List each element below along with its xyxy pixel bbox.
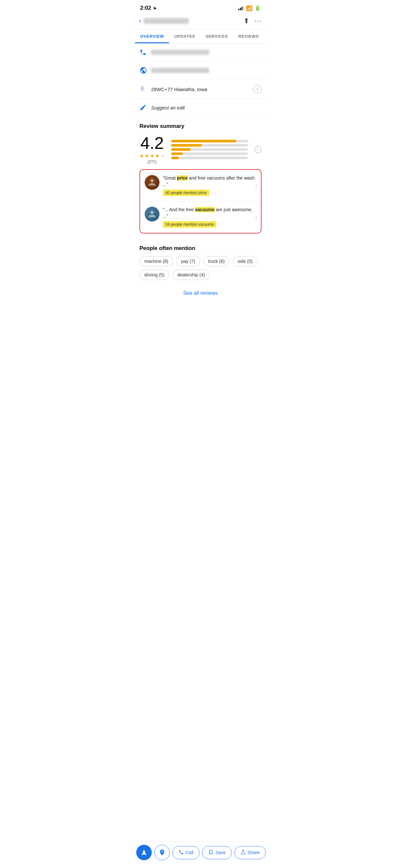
star-3: ★ [150, 153, 154, 159]
mention-tag-truck[interactable]: truck (6) [204, 256, 229, 267]
review-summary-section: Review summary 4.2 ★ ★ ★ ★ ★ (271) [134, 117, 267, 244]
review-content-1: "Great price and free vacuums after the … [163, 175, 256, 196]
share-icon[interactable]: ⬆ [243, 17, 249, 25]
review-text-before-2: "... And the free [163, 207, 195, 212]
address-row[interactable]: 28WC+77 Hiawatha, Iowa i [134, 80, 267, 99]
svg-point-1 [143, 87, 144, 88]
signal-icon [238, 6, 244, 10]
review-content-2: "... And the free vacuums are just aweso… [163, 207, 256, 228]
bar-row-2 [171, 152, 248, 155]
review-highlight-price: price [177, 175, 188, 181]
bar-track-1 [171, 157, 248, 159]
stars-row: ★ ★ ★ ★ ★ [140, 153, 165, 159]
svg-point-2 [141, 88, 142, 89]
phone-row[interactable] [134, 43, 267, 61]
status-icons: 📶 🔋 [238, 5, 261, 11]
bar-fill-3 [171, 148, 190, 151]
website-row[interactable] [134, 61, 267, 80]
review-highlight-vacuums: vacuums [195, 207, 215, 212]
address-text: 28WC+77 Hiawatha, Iowa [151, 87, 253, 92]
mention-tag-machine[interactable]: machine (8) [140, 256, 173, 267]
location-icon [140, 86, 151, 93]
rating-info-icon[interactable]: i [254, 146, 261, 153]
tab-updates[interactable]: UPDATES [169, 29, 201, 43]
address-info-icon[interactable]: i [253, 85, 261, 93]
star-5: ★ [160, 153, 165, 159]
bar-track-3 [171, 148, 248, 151]
suggest-edit-row[interactable]: Suggest an edit [134, 99, 267, 116]
chevron-right-1: › [255, 183, 257, 189]
bar-fill-5 [171, 140, 236, 143]
svg-point-4 [141, 89, 142, 90]
bar-row-4 [171, 144, 248, 147]
review-summary-title: Review summary [140, 123, 261, 129]
tab-bar: OVERVIEW UPDATES SERVICES REVIEWS [134, 29, 267, 43]
see-all-reviews-button[interactable]: See all reviews [183, 290, 218, 296]
tab-overview[interactable]: OVERVIEW [135, 29, 169, 43]
phone-icon [140, 49, 151, 56]
mention-tag-driving[interactable]: driving (5) [140, 270, 169, 280]
bar-row-1 [171, 157, 248, 159]
suggest-edit-text: Suggest an edit [151, 105, 261, 111]
svg-point-3 [143, 88, 144, 89]
rating-bars [171, 140, 248, 159]
bar-row-5 [171, 140, 248, 143]
rating-left: 4.2 ★ ★ ★ ★ ★ (271) [140, 135, 165, 164]
review-text-2: "... And the free vacuums are just aweso… [163, 207, 256, 219]
svg-point-5 [143, 89, 144, 90]
mention-tag-side[interactable]: side (5) [233, 256, 258, 267]
svg-point-0 [141, 87, 142, 88]
tab-services[interactable]: SERVICES [201, 29, 234, 43]
review-cards-container: "Great price and free vacuums after the … [140, 169, 261, 234]
wifi-icon: 📶 [246, 5, 252, 11]
mention-badge-vacuums: 34 people mention vacuums [163, 221, 216, 228]
bar-row-3 [171, 148, 248, 151]
review-avatar-2 [145, 207, 159, 221]
edit-icon [140, 104, 151, 111]
review-text-before-1: "Great [163, 175, 177, 181]
review-count: (271) [148, 159, 157, 164]
header-actions: ⬆ ··· [243, 17, 262, 25]
phone-number-blurred [151, 50, 209, 55]
web-icon [140, 66, 151, 74]
see-all-reviews-section: See all reviews [134, 286, 267, 304]
tab-reviews[interactable]: REVIEWS [233, 29, 264, 43]
info-section: 28WC+77 Hiawatha, Iowa i Suggest an edit [134, 43, 267, 117]
people-often-mention-section: People often mention machine (8) pay (7)… [134, 244, 267, 286]
bar-track-5 [171, 140, 248, 143]
bar-fill-2 [171, 152, 183, 155]
star-4: ★ [155, 153, 159, 159]
status-bar: 2:02 ➤ 📶 🔋 [134, 0, 267, 14]
website-blurred [151, 68, 209, 73]
back-button[interactable]: ‹ [139, 17, 141, 25]
bar-fill-1 [171, 157, 179, 159]
mention-badge-price: 40 people mention price [163, 190, 209, 196]
bar-track-2 [171, 152, 248, 155]
mentions-title: People often mention [140, 245, 261, 252]
star-1: ★ [140, 153, 144, 159]
status-time: 2:02 ➤ [140, 5, 157, 11]
rating-overview: 4.2 ★ ★ ★ ★ ★ (271) [140, 135, 261, 164]
header: ‹ ⬆ ··· [134, 14, 267, 29]
rating-number: 4.2 [141, 135, 164, 151]
more-options-icon[interactable]: ··· [254, 17, 262, 25]
header-left: ‹ [139, 17, 189, 25]
chevron-right-2: › [255, 214, 257, 220]
review-card-price[interactable]: "Great price and free vacuums after the … [140, 170, 261, 202]
bar-track-4 [171, 144, 248, 147]
mentions-tags: machine (8) pay (7) truck (6) side (5) d… [140, 256, 261, 280]
review-card-vacuums[interactable]: "... And the free vacuums are just aweso… [140, 202, 261, 233]
review-text-1: "Great price and free vacuums after the … [163, 175, 256, 188]
mention-tag-dealership[interactable]: dealership (4) [173, 270, 210, 280]
review-avatar-1 [145, 175, 159, 190]
battery-icon: 🔋 [254, 5, 261, 11]
bar-fill-4 [171, 144, 202, 147]
place-title-blurred [144, 18, 189, 24]
mention-tag-pay[interactable]: pay (7) [176, 256, 200, 267]
star-2: ★ [145, 153, 149, 159]
